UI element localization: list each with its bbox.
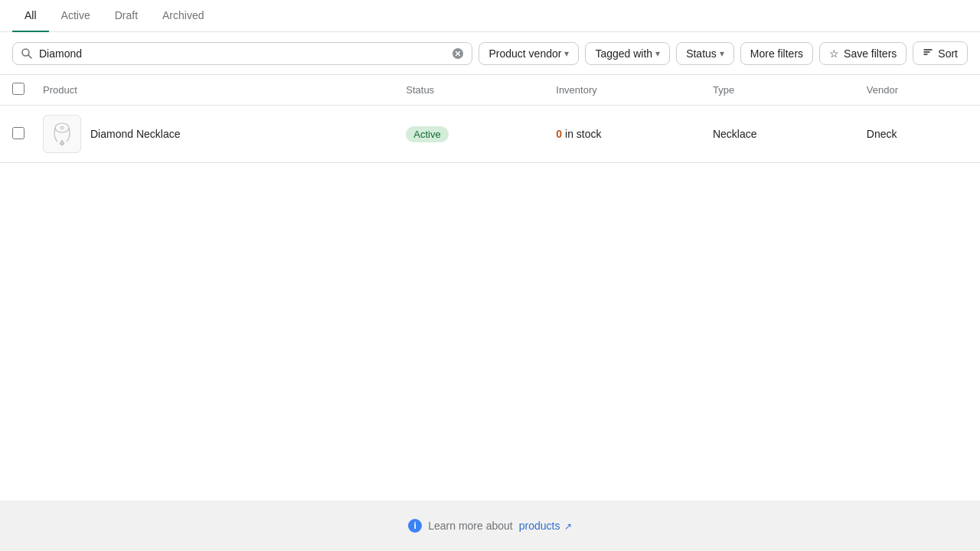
star-icon: ☆ <box>829 47 839 60</box>
save-filters-button[interactable]: ☆ Save filters <box>819 42 906 65</box>
sort-button[interactable]: Sort <box>913 41 968 65</box>
page-container: All Active Draft Archived Prod <box>0 0 980 551</box>
product-image <box>43 115 81 153</box>
sort-icon <box>923 47 933 60</box>
products-table: Product Status Inventory Type Vendor <box>0 75 980 163</box>
product-cell: Diamond Necklace <box>31 106 394 163</box>
search-icon <box>21 47 33 60</box>
external-link-icon: ↗ <box>561 521 571 532</box>
info-footer: i Learn more about products ↗ <box>0 500 980 551</box>
tab-archived[interactable]: Archived <box>150 0 216 32</box>
table-row[interactable]: Diamond Necklace Active 0 in stock Neckl… <box>0 106 980 163</box>
product-vendor-filter[interactable]: Product vendor ▾ <box>479 42 579 65</box>
inventory-count: 0 <box>556 128 562 140</box>
footer-text: Learn more about <box>428 520 513 532</box>
type-cell: Necklace <box>701 106 854 163</box>
column-header-inventory: Inventory <box>544 75 701 106</box>
tagged-with-filter[interactable]: Tagged with ▾ <box>585 42 670 65</box>
clear-search-button[interactable] <box>452 47 464 60</box>
chevron-down-icon: ▾ <box>564 48 569 59</box>
svg-point-10 <box>60 126 64 129</box>
product-name: Diamond Necklace <box>90 128 181 140</box>
tabs-bar: All Active Draft Archived <box>0 0 980 32</box>
column-header-vendor: Vendor <box>854 75 980 106</box>
chevron-down-icon: ▾ <box>655 48 660 59</box>
svg-line-1 <box>28 54 31 57</box>
inventory-label: in stock <box>565 128 601 140</box>
header-checkbox-col <box>0 75 31 106</box>
tab-active[interactable]: Active <box>49 0 103 32</box>
search-wrapper <box>12 42 472 65</box>
row-checkbox[interactable] <box>12 127 24 139</box>
svg-marker-9 <box>60 140 64 145</box>
status-badge: Active <box>406 126 448 142</box>
tab-draft[interactable]: Draft <box>103 0 150 32</box>
info-icon: i <box>408 519 422 533</box>
column-header-status: Status <box>394 75 544 106</box>
more-filters-button[interactable]: More filters <box>740 42 813 65</box>
products-link[interactable]: products ↗ <box>519 520 572 532</box>
products-table-container: Product Status Inventory Type Vendor <box>0 75 980 500</box>
table-header-row: Product Status Inventory Type Vendor <box>0 75 980 106</box>
column-header-type: Type <box>701 75 854 106</box>
chevron-down-icon: ▾ <box>720 48 724 59</box>
row-checkbox-cell <box>0 106 31 163</box>
search-input[interactable] <box>39 47 446 60</box>
tab-all[interactable]: All <box>12 0 49 32</box>
filter-bar: Product vendor ▾ Tagged with ▾ Status ▾ … <box>0 32 980 75</box>
column-header-product: Product <box>31 75 394 106</box>
status-cell: Active <box>394 106 544 163</box>
status-filter[interactable]: Status ▾ <box>676 42 734 65</box>
vendor-cell: Dneck <box>854 106 980 163</box>
select-all-checkbox[interactable] <box>12 83 24 95</box>
inventory-cell: 0 in stock <box>544 106 701 163</box>
